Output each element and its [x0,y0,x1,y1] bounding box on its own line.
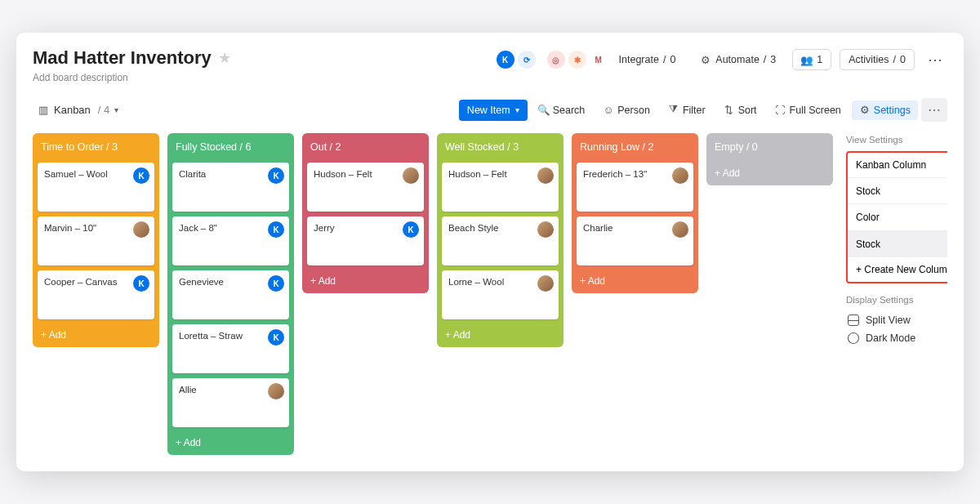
dark-mode-toggle[interactable]: Dark Mode [846,329,947,347]
board-title: Mad Hatter Inventory [33,47,212,69]
add-card-button[interactable]: + Add [577,270,693,288]
card-title: Samuel – Wool [44,169,108,179]
kanban-column: Empty / 0+ Add [706,133,833,185]
avatar-letter[interactable]: K [268,275,284,292]
new-item-button[interactable]: New Item ▾ [459,100,528,121]
column-option[interactable]: Stock≡ [848,231,947,257]
integration-avatars[interactable]: K ⟳ [497,51,536,69]
card-title: Cooper – Canvas [44,277,118,287]
add-card-button[interactable]: + Add [442,324,559,342]
kanban-card[interactable]: Hudson – Felt [307,163,424,212]
settings-sidebar: View Settings Kanban Column ⓘ Stock × ▴ … [841,133,947,347]
card-title: Frederich – 13" [583,169,647,179]
view-label: Kanban [54,104,91,116]
favorite-star-icon[interactable]: ★ [218,49,231,67]
add-card-button[interactable]: + Add [307,270,424,288]
filter-button[interactable]: ⧩Filter [661,100,713,120]
kanban-card[interactable]: Lorne – Wool [442,270,559,319]
avatar-letter[interactable]: K [133,275,149,292]
activities-label: Activities [849,54,889,65]
avatar-photo[interactable] [537,275,554,292]
card-title: Charlie [583,223,612,233]
create-new-column[interactable]: + Create New Column [848,257,947,282]
column-option-label: Stock [856,239,880,250]
avatar-letter[interactable]: K [268,221,284,238]
column-header[interactable]: Time to Order / 3 [38,138,154,158]
header-more-icon[interactable]: ⋯ [923,47,947,72]
person-button[interactable]: ☺Person [595,100,657,120]
kanban-card[interactable]: Allie [172,378,289,427]
avatar-photo[interactable] [537,167,554,184]
chevron-down-icon: ▾ [515,105,519,114]
card-title: Jerry [314,223,335,233]
add-card-button[interactable]: + Add [38,324,154,342]
view-settings-heading: View Settings [846,135,947,145]
kanban-card[interactable]: Frederich – 13" [577,163,693,212]
column-header[interactable]: Well Stocked / 3 [442,138,559,158]
integrate-label: Integrate [619,54,659,65]
column-option-label: Color [856,212,880,223]
avatar-photo[interactable] [403,167,419,184]
column-header[interactable]: Fully Stocked / 6 [172,138,289,158]
kanban-column: Well Stocked / 3Hudson – FeltBeach Style… [437,133,564,347]
header-actions: K ⟳ ◎ ✱ M Integrate / 0 ⚙ Automate / 3 👥 [497,47,947,72]
board-description[interactable]: Add board description [33,72,231,83]
kanban-card[interactable]: Beach Style [442,216,559,265]
avatar-photo[interactable] [268,383,284,399]
integration-badges[interactable]: ◎ ✱ M [547,51,608,69]
automate-button[interactable]: ⚙ Automate / 3 [692,50,784,69]
column-header[interactable]: Running Low / 2 [577,138,693,158]
card-title: Jack – 8" [179,223,217,233]
kanban-column: Fully Stocked / 6ClaritaKJack – 8"KGenev… [167,133,294,455]
add-card-button[interactable]: + Add [172,432,289,450]
avatar-letter[interactable]: K [403,221,419,238]
card-title: Lorne – Wool [448,277,504,287]
title-block: Mad Hatter Inventory ★ Add board descrip… [33,47,231,83]
settings-button[interactable]: ⚙Settings [852,100,918,120]
kanban-card[interactable]: JerryK [307,216,424,265]
kanban-icon: ▥ [38,105,49,116]
kanban-card[interactable]: GenevieveK [172,270,289,319]
avatar-photo[interactable] [672,221,688,238]
add-card-button[interactable]: + Add [711,163,828,181]
kanban-card[interactable]: Jack – 8"K [172,216,289,265]
kanban-card[interactable]: Loretta – StrawK [172,324,289,373]
chevron-down-icon: ▾ [114,105,118,114]
kanban-card[interactable]: Hudson – Felt [442,163,559,212]
card-title: Genevieve [179,277,224,287]
filter-icon: ⧩ [668,105,679,116]
kanban-card[interactable]: Cooper – CanvasK [38,270,154,319]
card-title: Hudson – Felt [314,169,372,179]
kanban-card[interactable]: Charlie [577,216,693,265]
search-icon: 🔍 [538,105,550,116]
column-option[interactable]: Color≡ [848,204,947,231]
search-button[interactable]: 🔍Search [531,100,593,120]
split-view-toggle[interactable]: Split View [846,311,947,329]
avatar-photo[interactable] [537,221,554,238]
person-icon: ☺ [603,105,614,116]
kanban-card[interactable]: ClaritaK [172,163,289,212]
avatar-letter[interactable]: K [133,167,149,184]
avatar-photo[interactable] [672,167,688,184]
toolbar: ▥ Kanban / 4 ▾ New Item ▾ 🔍Search ☺Perso… [33,98,947,122]
view-selector[interactable]: ▥ Kanban / 4 ▾ [33,100,123,119]
members-button[interactable]: 👥 1 [792,49,831,70]
full-screen-button[interactable]: ⛶Full Screen [768,100,849,120]
selected-column-row[interactable]: Stock × ▴ [848,178,947,204]
toolbar-more-icon[interactable]: ⋯ [921,98,947,122]
avatar-letter[interactable]: K [268,329,284,346]
avatar-letter[interactable]: K [268,167,284,184]
column-header[interactable]: Empty / 0 [711,138,828,158]
kanban-card[interactable]: Marvin – 10" [38,216,154,265]
activities-button[interactable]: Activities / 0 [840,49,915,70]
kanban-card[interactable]: Samuel – WoolK [38,163,154,212]
gear-icon: ⚙ [859,105,871,116]
view-count: 4 [104,104,109,116]
sort-button[interactable]: ⇅Sort [716,100,764,120]
integrate-button[interactable]: Integrate / 0 [616,50,684,69]
avatar-photo[interactable] [133,221,149,238]
column-header[interactable]: Out / 2 [307,138,424,158]
selected-column-label: Stock [856,185,880,197]
kanban-column: Out / 2Hudson – FeltJerryK+ Add [302,133,429,293]
kanban-column: Time to Order / 3Samuel – WoolKMarvin – … [33,133,159,347]
